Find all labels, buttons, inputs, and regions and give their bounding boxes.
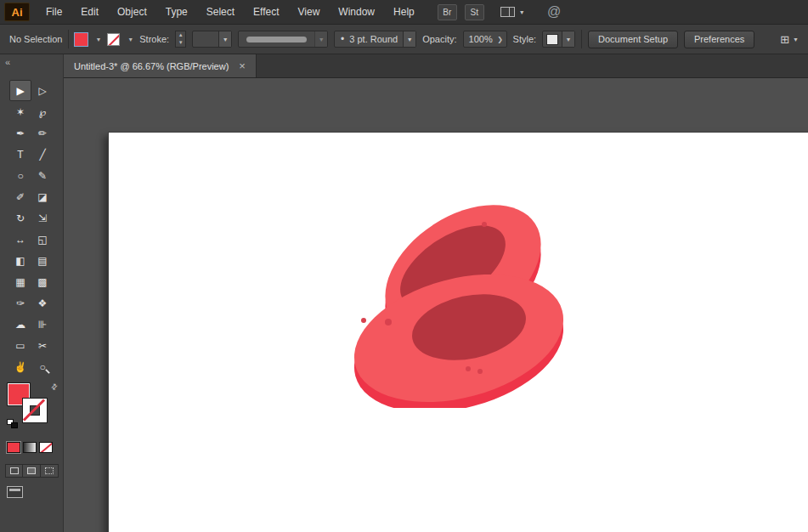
swap-fill-stroke-icon[interactable]: ⇄ <box>49 382 59 392</box>
chevron-down-icon[interactable]: ▼ <box>403 31 415 47</box>
brush-definition-value: 3 pt. Round <box>344 34 403 44</box>
opacity-label: Opacity: <box>422 34 456 44</box>
type-tool[interactable]: T <box>9 144 31 165</box>
draw-behind-icon <box>27 467 36 474</box>
style-preview-swatch <box>546 34 558 45</box>
line-segment-tool[interactable]: ╱ <box>31 144 54 165</box>
direct-selection-tool[interactable]: ▷ <box>31 80 54 101</box>
chevron-down-icon[interactable]: ▼ <box>127 37 133 42</box>
menu-object[interactable]: Object <box>108 0 156 25</box>
curvature-tool[interactable]: ✏ <box>31 122 54 144</box>
collapse-panel-icon[interactable]: « <box>5 57 8 67</box>
draw-normal-button[interactable] <box>5 464 23 478</box>
separator <box>68 30 69 48</box>
magic-wand-tool[interactable]: ✶ <box>9 101 31 122</box>
eyedropper-tool[interactable]: ✑ <box>9 292 31 314</box>
seed-dot[interactable] <box>361 318 366 323</box>
screen-mode-button[interactable] <box>7 486 23 498</box>
rotate-tool[interactable]: ↻ <box>9 207 31 229</box>
hand-tool[interactable]: ✌ <box>9 356 31 377</box>
document-tab[interactable]: Untitled-3* @ 66.67% (RGB/Preview) × <box>64 54 257 77</box>
artboard[interactable] <box>108 132 808 532</box>
stroke-color-swatch[interactable] <box>107 33 120 46</box>
seed-dot[interactable] <box>477 369 483 374</box>
selection-tool[interactable]: ▶ <box>9 80 31 101</box>
perspective-grid-tool[interactable]: ▤ <box>31 250 54 271</box>
chevron-down-icon: ▼ <box>793 37 799 42</box>
workspace-switcher[interactable]: ▼ <box>500 7 525 17</box>
bridge-button[interactable]: Br <box>438 4 457 20</box>
gradient-tool[interactable]: ▩ <box>31 271 54 292</box>
symbol-sprayer-tool[interactable]: ☁ <box>9 314 31 335</box>
menu-file[interactable]: File <box>37 0 71 25</box>
illustrator-logo[interactable]: Ai <box>4 3 30 21</box>
style-label: Style: <box>513 34 537 44</box>
stroke-label: Stroke: <box>139 34 169 44</box>
shell-icon[interactable]: @ <box>547 4 561 20</box>
menu-window[interactable]: Window <box>329 0 384 25</box>
artboard-tool[interactable]: ▭ <box>9 335 31 356</box>
stroke-weight-dropdown[interactable]: ▼ <box>192 31 232 48</box>
document-tab-title: Untitled-3* @ 66.67% (RGB/Preview) <box>74 61 229 71</box>
chevron-down-icon[interactable]: ▼ <box>314 31 327 47</box>
menu-view[interactable]: View <box>289 0 330 25</box>
gradient-button[interactable] <box>23 442 37 453</box>
chevron-down-icon[interactable]: ▼ <box>562 31 574 47</box>
pen-tool[interactable]: ✒ <box>9 122 31 144</box>
document-setup-button[interactable]: Document Setup <box>588 31 678 48</box>
stepper-down-icon[interactable]: ▼ <box>176 39 185 47</box>
blend-tool[interactable]: ❖ <box>31 292 54 314</box>
none-button[interactable] <box>39 442 53 453</box>
opacity-field[interactable]: 100% ❯ <box>463 31 507 48</box>
stepper-up-icon[interactable]: ▲ <box>176 31 185 39</box>
draw-inside-button[interactable] <box>41 464 59 478</box>
menu-type[interactable]: Type <box>156 0 197 25</box>
slice-tool[interactable]: ✂ <box>31 335 54 356</box>
menu-edit[interactable]: Edit <box>71 0 108 25</box>
seed-dot[interactable] <box>466 366 471 371</box>
zoom-tool[interactable]: ○ <box>31 356 54 377</box>
free-transform-tool[interactable]: ◱ <box>31 229 54 250</box>
seed-dot[interactable] <box>385 319 392 325</box>
align-icon: ⊞ <box>780 33 789 46</box>
chevron-down-icon[interactable]: ▼ <box>218 31 231 47</box>
color-button[interactable] <box>7 442 20 453</box>
opacity-value[interactable]: 100% <box>464 34 494 44</box>
align-options-button[interactable]: ⊞ ▼ <box>780 33 799 46</box>
ellipse-tool[interactable]: ○ <box>9 165 31 186</box>
pencil-tool[interactable]: ✐ <box>9 186 31 207</box>
lasso-tool[interactable]: ℘ <box>31 101 54 122</box>
stroke-weight-stepper[interactable]: ▲ ▼ <box>175 31 186 48</box>
panel-arrow-icon[interactable]: ❯ <box>494 31 506 47</box>
column-graph-tool[interactable]: ⊪ <box>31 314 54 335</box>
chevron-down-icon[interactable]: ▼ <box>95 37 101 42</box>
scale-tool[interactable]: ⇲ <box>31 207 54 229</box>
brush-definition-dropdown[interactable]: • 3 pt. Round ▼ <box>334 31 416 48</box>
artwork[interactable] <box>340 204 578 408</box>
draw-behind-button[interactable] <box>23 464 41 478</box>
selection-status: No Selection <box>9 34 62 44</box>
style-dropdown[interactable]: ▼ <box>542 31 575 48</box>
mesh-tool[interactable]: ▦ <box>9 271 31 292</box>
menu-bar: Ai File Edit Object Type Select Effect V… <box>0 0 808 25</box>
canvas-area[interactable] <box>64 78 808 532</box>
menu-help[interactable]: Help <box>384 0 424 25</box>
paintbrush-tool[interactable]: ✎ <box>31 165 54 186</box>
preferences-button[interactable]: Preferences <box>684 31 754 48</box>
eraser-tool[interactable]: ◪ <box>31 186 54 207</box>
seed-dot[interactable] <box>482 222 487 227</box>
chevron-down-icon: ▼ <box>519 9 525 15</box>
shape-builder-tool[interactable]: ◧ <box>9 250 31 271</box>
menu-select[interactable]: Select <box>197 0 244 25</box>
menu-effect[interactable]: Effect <box>244 0 288 25</box>
separator <box>581 30 582 48</box>
default-fill-stroke-icon[interactable] <box>7 419 18 428</box>
brush-preview-dot: • <box>335 33 344 45</box>
stroke-swatch[interactable] <box>23 399 47 422</box>
width-tool[interactable]: ↔ <box>9 229 31 250</box>
width-profile-dropdown[interactable]: ▼ <box>238 31 328 48</box>
stock-button[interactable]: St <box>465 4 484 20</box>
fill-color-swatch[interactable] <box>75 33 88 46</box>
close-icon[interactable]: × <box>239 60 246 71</box>
draw-normal-icon <box>10 467 19 474</box>
